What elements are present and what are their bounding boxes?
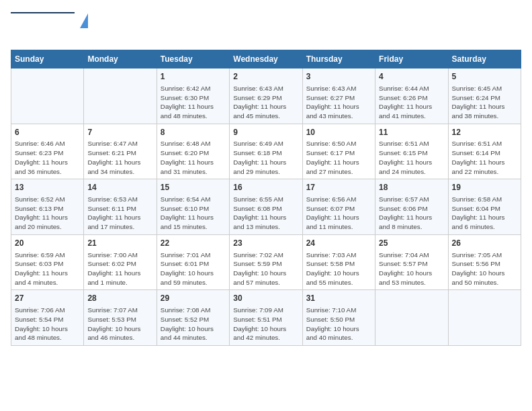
day-cell: 11Sunrise: 6:51 AM Sunset: 6:15 PM Dayli… bbox=[375, 124, 448, 179]
day-cell: 1Sunrise: 6:42 AM Sunset: 6:30 PM Daylig… bbox=[157, 68, 229, 124]
day-cell: 4Sunrise: 6:44 AM Sunset: 6:26 PM Daylig… bbox=[375, 68, 448, 124]
day-info: Sunrise: 6:42 AM Sunset: 6:30 PM Dayligh… bbox=[161, 84, 226, 121]
header-cell-tuesday: Tuesday bbox=[157, 50, 229, 68]
day-info: Sunrise: 7:05 AM Sunset: 5:56 PM Dayligh… bbox=[452, 250, 517, 287]
day-number: 16 bbox=[233, 182, 298, 193]
day-cell: 21Sunrise: 7:00 AM Sunset: 6:02 PM Dayli… bbox=[84, 234, 157, 290]
day-number: 8 bbox=[161, 127, 226, 138]
day-info: Sunrise: 7:01 AM Sunset: 6:01 PM Dayligh… bbox=[161, 250, 226, 287]
day-info: Sunrise: 7:07 AM Sunset: 5:53 PM Dayligh… bbox=[87, 306, 152, 342]
day-cell: 3Sunrise: 6:43 AM Sunset: 6:27 PM Daylig… bbox=[302, 68, 375, 124]
day-cell: 8Sunrise: 6:48 AM Sunset: 6:20 PM Daylig… bbox=[157, 124, 229, 179]
day-number: 20 bbox=[15, 238, 80, 249]
week-row-4: 20Sunrise: 6:59 AM Sunset: 6:03 PM Dayli… bbox=[11, 234, 521, 290]
day-cell: 19Sunrise: 6:58 AM Sunset: 6:04 PM Dayli… bbox=[448, 179, 521, 235]
day-info: Sunrise: 7:03 AM Sunset: 5:58 PM Dayligh… bbox=[306, 250, 371, 287]
day-cell: 26Sunrise: 7:05 AM Sunset: 5:56 PM Dayli… bbox=[448, 234, 521, 290]
day-info: Sunrise: 7:10 AM Sunset: 5:50 PM Dayligh… bbox=[306, 306, 371, 342]
day-number: 9 bbox=[233, 127, 298, 138]
day-info: Sunrise: 7:08 AM Sunset: 5:52 PM Dayligh… bbox=[161, 306, 226, 342]
day-number: 28 bbox=[87, 293, 152, 304]
day-info: Sunrise: 7:09 AM Sunset: 5:51 PM Dayligh… bbox=[233, 306, 298, 342]
day-cell: 27Sunrise: 7:06 AM Sunset: 5:54 PM Dayli… bbox=[11, 290, 84, 346]
day-cell: 28Sunrise: 7:07 AM Sunset: 5:53 PM Dayli… bbox=[84, 290, 157, 346]
day-cell: 14Sunrise: 6:53 AM Sunset: 6:11 PM Dayli… bbox=[84, 179, 157, 235]
day-info: Sunrise: 6:52 AM Sunset: 6:13 PM Dayligh… bbox=[15, 195, 80, 232]
week-row-3: 13Sunrise: 6:52 AM Sunset: 6:13 PM Dayli… bbox=[11, 179, 521, 235]
day-cell: 23Sunrise: 7:02 AM Sunset: 5:59 PM Dayli… bbox=[230, 234, 302, 290]
day-cell: 5Sunrise: 6:45 AM Sunset: 6:24 PM Daylig… bbox=[448, 68, 521, 124]
header-cell-thursday: Thursday bbox=[302, 50, 375, 68]
day-number: 13 bbox=[15, 182, 80, 193]
day-info: Sunrise: 7:00 AM Sunset: 6:02 PM Dayligh… bbox=[87, 250, 152, 287]
day-cell: 15Sunrise: 6:54 AM Sunset: 6:10 PM Dayli… bbox=[157, 179, 229, 235]
day-number: 15 bbox=[161, 182, 226, 193]
day-number: 31 bbox=[306, 293, 371, 304]
day-number: 12 bbox=[452, 127, 517, 138]
day-cell: 10Sunrise: 6:50 AM Sunset: 6:17 PM Dayli… bbox=[302, 124, 375, 179]
day-info: Sunrise: 6:58 AM Sunset: 6:04 PM Dayligh… bbox=[452, 195, 517, 232]
week-row-5: 27Sunrise: 7:06 AM Sunset: 5:54 PM Dayli… bbox=[11, 290, 521, 346]
day-cell: 16Sunrise: 6:55 AM Sunset: 6:08 PM Dayli… bbox=[230, 179, 302, 235]
calendar-body: 1Sunrise: 6:42 AM Sunset: 6:30 PM Daylig… bbox=[11, 68, 521, 346]
day-info: Sunrise: 6:47 AM Sunset: 6:21 PM Dayligh… bbox=[87, 139, 152, 176]
day-number: 25 bbox=[379, 238, 444, 249]
day-info: Sunrise: 6:57 AM Sunset: 6:06 PM Dayligh… bbox=[379, 195, 444, 232]
day-number: 27 bbox=[15, 293, 80, 304]
logo-underline bbox=[11, 12, 75, 13]
day-number: 29 bbox=[161, 293, 226, 304]
day-info: Sunrise: 6:49 AM Sunset: 6:18 PM Dayligh… bbox=[233, 139, 298, 176]
day-cell: 22Sunrise: 7:01 AM Sunset: 6:01 PM Dayli… bbox=[157, 234, 229, 290]
day-info: Sunrise: 6:59 AM Sunset: 6:03 PM Dayligh… bbox=[15, 250, 80, 287]
day-info: Sunrise: 6:51 AM Sunset: 6:15 PM Dayligh… bbox=[379, 139, 444, 176]
day-cell: 31Sunrise: 7:10 AM Sunset: 5:50 PM Dayli… bbox=[302, 290, 375, 346]
day-number: 24 bbox=[306, 238, 371, 249]
day-cell bbox=[375, 290, 448, 346]
day-cell: 17Sunrise: 6:56 AM Sunset: 6:07 PM Dayli… bbox=[302, 179, 375, 235]
day-cell: 2Sunrise: 6:43 AM Sunset: 6:29 PM Daylig… bbox=[230, 68, 302, 124]
day-number: 14 bbox=[87, 182, 152, 193]
header-cell-wednesday: Wednesday bbox=[230, 50, 302, 68]
day-cell: 20Sunrise: 6:59 AM Sunset: 6:03 PM Dayli… bbox=[11, 234, 84, 290]
day-number: 19 bbox=[452, 182, 517, 193]
day-number: 22 bbox=[161, 238, 226, 249]
day-number: 4 bbox=[379, 71, 444, 83]
day-info: Sunrise: 6:43 AM Sunset: 6:29 PM Dayligh… bbox=[233, 84, 298, 121]
day-cell: 9Sunrise: 6:49 AM Sunset: 6:18 PM Daylig… bbox=[230, 124, 302, 179]
calendar-header: SundayMondayTuesdayWednesdayThursdayFrid… bbox=[11, 50, 521, 68]
day-info: Sunrise: 7:04 AM Sunset: 5:57 PM Dayligh… bbox=[379, 250, 444, 287]
day-info: Sunrise: 6:56 AM Sunset: 6:07 PM Dayligh… bbox=[306, 195, 371, 232]
logo-arrow-icon bbox=[80, 13, 88, 28]
header-cell-friday: Friday bbox=[375, 50, 448, 68]
day-number: 17 bbox=[306, 182, 371, 193]
day-cell: 7Sunrise: 6:47 AM Sunset: 6:21 PM Daylig… bbox=[84, 124, 157, 179]
day-info: Sunrise: 6:51 AM Sunset: 6:14 PM Dayligh… bbox=[452, 139, 517, 176]
page-header bbox=[11, 11, 521, 43]
logo bbox=[11, 11, 88, 43]
day-cell bbox=[84, 68, 157, 124]
day-cell: 24Sunrise: 7:03 AM Sunset: 5:58 PM Dayli… bbox=[302, 234, 375, 290]
day-info: Sunrise: 6:54 AM Sunset: 6:10 PM Dayligh… bbox=[161, 195, 226, 232]
day-cell: 18Sunrise: 6:57 AM Sunset: 6:06 PM Dayli… bbox=[375, 179, 448, 235]
day-info: Sunrise: 6:55 AM Sunset: 6:08 PM Dayligh… bbox=[233, 195, 298, 232]
day-number: 2 bbox=[233, 71, 298, 83]
day-info: Sunrise: 6:46 AM Sunset: 6:23 PM Dayligh… bbox=[15, 139, 80, 176]
day-number: 30 bbox=[233, 293, 298, 304]
week-row-2: 6Sunrise: 6:46 AM Sunset: 6:23 PM Daylig… bbox=[11, 124, 521, 179]
day-number: 18 bbox=[379, 182, 444, 193]
day-number: 11 bbox=[379, 127, 444, 138]
week-row-1: 1Sunrise: 6:42 AM Sunset: 6:30 PM Daylig… bbox=[11, 68, 521, 124]
header-row: SundayMondayTuesdayWednesdayThursdayFrid… bbox=[11, 50, 521, 68]
day-number: 21 bbox=[87, 238, 152, 249]
day-number: 3 bbox=[306, 71, 371, 83]
day-info: Sunrise: 6:48 AM Sunset: 6:20 PM Dayligh… bbox=[161, 139, 226, 176]
day-cell: 25Sunrise: 7:04 AM Sunset: 5:57 PM Dayli… bbox=[375, 234, 448, 290]
day-number: 5 bbox=[452, 71, 517, 83]
day-info: Sunrise: 6:50 AM Sunset: 6:17 PM Dayligh… bbox=[306, 139, 371, 176]
calendar-table: SundayMondayTuesdayWednesdayThursdayFrid… bbox=[11, 50, 521, 346]
day-info: Sunrise: 6:45 AM Sunset: 6:24 PM Dayligh… bbox=[452, 84, 517, 121]
day-cell bbox=[448, 290, 521, 346]
day-cell: 30Sunrise: 7:09 AM Sunset: 5:51 PM Dayli… bbox=[230, 290, 302, 346]
day-number: 26 bbox=[452, 238, 517, 249]
day-info: Sunrise: 6:44 AM Sunset: 6:26 PM Dayligh… bbox=[379, 84, 444, 121]
